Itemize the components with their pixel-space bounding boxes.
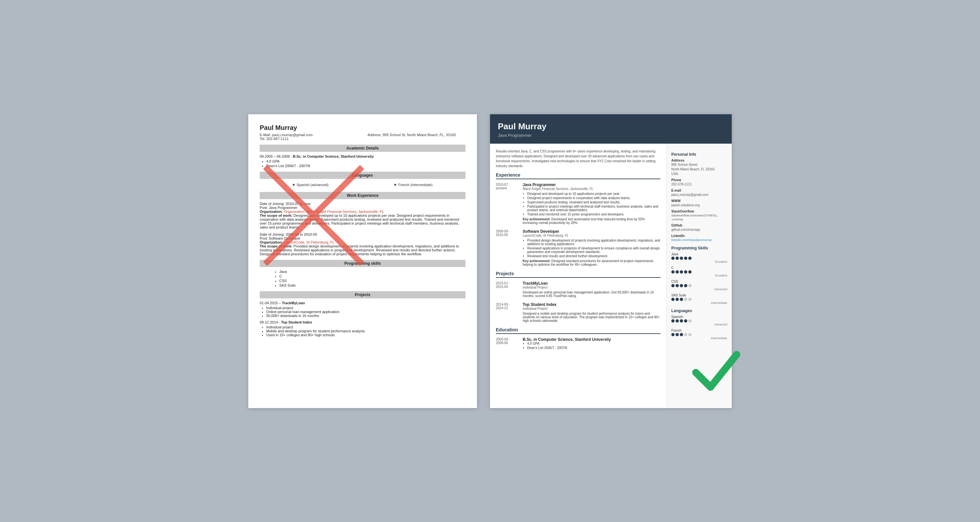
lang-row-spanish: Spanish Advanced: [671, 315, 727, 326]
proj1-b1: Individual project: [266, 306, 466, 310]
work1-org: Organization: Organization: Black Knight…: [260, 209, 466, 214]
skill-css: CSS: [279, 279, 466, 283]
sidebar-linkedin-value: linkedin.com/in/pauljansmurray: [671, 238, 727, 242]
exp1-company: Black Knight Financial Services, Jackson…: [523, 187, 660, 190]
dot: [684, 298, 687, 301]
proj2-b2: Mobile and desktop program for student p…: [266, 329, 466, 333]
dot: [671, 257, 675, 260]
academic-bullet-1: 4.0 GPA: [266, 159, 466, 163]
lang-dots-spanish: [671, 319, 727, 322]
proj1-title-r: TrackMyLoan: [523, 281, 660, 286]
proj2-type-r: Individual Project: [523, 307, 660, 311]
work2-scope: The scope of work: Provided design devel…: [260, 244, 466, 256]
dot: [676, 284, 679, 287]
left-contact: E-Mail: paul.j.murray@gmail.com Tel: 202…: [260, 133, 466, 141]
lang-name-spanish: Spanish: [671, 315, 727, 319]
left-lang-1: Spanish (advanced): [293, 183, 329, 187]
left-languages-title: Languages: [260, 172, 466, 179]
dot: [684, 319, 687, 322]
lang-dots-french: [671, 333, 727, 336]
left-project-2: 09-12.2014 - Top Student Index Individua…: [260, 320, 466, 337]
proj1-desc-r: Developed an online personal loan manage…: [523, 290, 660, 298]
academic-date: 09.2005 – 06.2008 -: [260, 154, 293, 158]
right-exp-2: 2008-09 -2010-05 Software Developer Laun…: [496, 229, 660, 267]
academic-bullet-2: Dean's List 2006/7 - 2007/8: [266, 164, 466, 168]
dot: [684, 270, 687, 274]
right-projects-title: Projects: [496, 271, 660, 278]
left-work-entry-1: Date of Joining: 2010-07 to now Post: Ja…: [260, 202, 466, 229]
exp1-content: Java Programmer Black Knight Financial S…: [523, 182, 660, 225]
addr-line2: North Miami Beach, FL 33160: [671, 167, 714, 171]
left-academic-entry: 09.2005 – 06.2008 - B.Sc. in Computer Sc…: [260, 154, 466, 168]
exp1-b3: Supervised products testing, reviewed an…: [527, 200, 660, 204]
exp2-content: Software Developer LaunchCode, St Peters…: [523, 229, 660, 267]
right-sidebar: Personal Info Address 995 School Street …: [667, 144, 732, 408]
sidebar-skills-title: Programming Skills: [671, 246, 727, 251]
edu1-b1: 4.0 GPA: [527, 342, 660, 345]
work1-date: Date of Joining: 2010-07 to now: [260, 202, 466, 206]
proj2-content-r: Top Student Index Individual Project Des…: [523, 302, 660, 322]
dot: [671, 284, 675, 287]
sidebar-email-label: E-mail: [671, 189, 727, 192]
skill-dots-java: [671, 257, 727, 260]
proj1-bullets: Individual project Online personal loan …: [266, 306, 466, 317]
dot: [680, 319, 683, 322]
lang-dot-1: [293, 184, 295, 186]
left-contact-right: Address: 995 School St, North Miami Beac…: [358, 133, 466, 141]
sidebar-www-label: WWW: [671, 199, 727, 203]
dot: [671, 333, 675, 336]
left-project-1: 01-04.2015 – TrackMyLoan Individual proj…: [260, 301, 466, 317]
edu1-b2: Dean's List 2006/7 - 2007/8: [527, 346, 660, 350]
exp1-jobtitle: Java Programmer: [523, 182, 660, 187]
proj2-bullets: Individual project Mobile and desktop pr…: [266, 325, 466, 337]
right-job-title: Java Programmer: [498, 133, 724, 138]
skill-dots-sas: [671, 298, 727, 301]
skill-c: C: [279, 274, 466, 278]
proj1-title: TrackMyLoan: [282, 301, 305, 305]
right-name: Paul Murray: [498, 121, 724, 132]
academic-degree: B.Sc. in Computer Science, Stanford Univ…: [293, 154, 374, 158]
sidebar-www-value: paulm.solutions.org: [671, 203, 727, 208]
right-resume: Paul Murray Java Programmer Results-orie…: [490, 114, 732, 408]
skill-row-java: Java Excellent: [671, 252, 727, 263]
work2-org: Organization: LaunchCode, St Petersburg,…: [260, 240, 466, 244]
exp1-bullets: Designed and developed up to 10 applicat…: [527, 192, 660, 216]
skill-java: Java: [279, 270, 466, 274]
sidebar-linkedin-label: LinkedIn: [671, 234, 727, 238]
dot: [676, 257, 679, 260]
dot: [688, 270, 692, 274]
sidebar-phone-label: Phone: [671, 178, 727, 182]
sidebar-so-label: StackOverflow: [671, 209, 727, 213]
left-skills-title: Programming skills: [260, 260, 466, 267]
dot: [684, 284, 687, 287]
sidebar-github-value: github.com/murrayp: [671, 227, 727, 232]
sidebar-so-value: stackoverflow.com/users/157997/p...-j-mu…: [671, 214, 727, 222]
skill-dots-css: [671, 284, 727, 287]
right-summary: Results-oriented Java, C, and CSS progra…: [496, 149, 660, 168]
left-email: E-Mail: paul.j.murray@gmail.com: [260, 133, 358, 137]
left-skills-list: Java C CSS SAS Suite: [279, 270, 466, 287]
lang-level-french: Intermediate: [671, 336, 727, 340]
sidebar-email-value: paul.j.murray@gmail.com: [671, 193, 727, 197]
addr-line3: USA: [671, 172, 678, 176]
sidebar-github-label: GitHub: [671, 224, 727, 227]
dot: [684, 257, 687, 260]
proj2-title-r: Top Student Index: [523, 302, 660, 307]
left-work-title: Work Experience: [260, 192, 466, 199]
left-work-entry-2: Date of Joining: 2008-09 to 2010-05 Post…: [260, 232, 466, 256]
exp2-jobtitle: Software Developer: [523, 229, 660, 234]
dot: [688, 257, 692, 260]
addr-line1: 995 School Street: [671, 163, 697, 167]
dot: [684, 333, 687, 336]
right-proj-1: 2015-01 -2015-04 TrackMyLoan Individual …: [496, 281, 660, 298]
skill-sas: SAS Suite: [279, 283, 466, 287]
exp2-date: 2008-09 -2010-05: [496, 229, 519, 267]
edu1-degree: B.Sc. in Computer Science, Stanford Univ…: [523, 337, 660, 342]
exp1-b4: Participated in project meetings with te…: [527, 205, 660, 212]
dot: [688, 298, 692, 301]
exp1-b5: Trained and mentored over 15 junior prog…: [527, 213, 660, 216]
skill-level-c: Excellent: [671, 274, 727, 277]
left-languages-row: Spanish (advanced) French (intermediate): [260, 181, 466, 188]
right-main: Results-oriented Java, C, and CSS progra…: [490, 144, 667, 408]
proj2-date: 09-12.2014 -: [260, 320, 281, 324]
